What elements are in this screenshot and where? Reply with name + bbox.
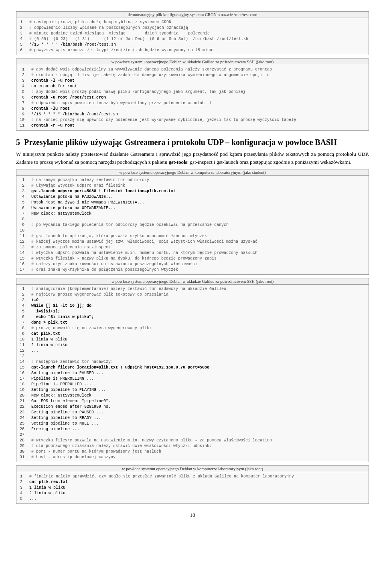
page-number: 18 <box>16 512 369 518</box>
codeblock-galileo-gst-title: w powłoce systemu operacyjnego Debian w … <box>16 278 369 285</box>
line-numbers-5: 12345 <box>16 474 26 502</box>
codeblock-ssh-crontab-title: w powłoce systemu operacyjnego Debian w … <box>16 59 369 65</box>
section-5-body: W niniejszym punkcie należy przetestować… <box>16 150 369 166</box>
code-lines-1: # następnie proszę plik-tabelę kompatybl… <box>26 20 369 53</box>
line-numbers-1: 123456 <box>16 20 26 53</box>
line-numbers-2: 1234567891011 <box>16 67 28 129</box>
section-number: 5 <box>16 138 20 147</box>
codeblock-student-cat-title: w powłoce systemu operacyjnego Debian w … <box>16 466 369 472</box>
codeblock-galileo-gst: w powłoce systemu operacyjnego Debian w … <box>16 278 369 462</box>
codeblock-cron-demo-title: demonstracyjny plik konfiguracyjny syste… <box>16 12 369 18</box>
codeblock-cron-demo: demonstracyjny plik konfiguracyjny syste… <box>16 11 369 55</box>
codeblock-ssh-crontab: w powłoce systemu operacyjnego Debian w … <box>16 58 369 131</box>
code-lines-4: # analogicznie (komplementarnie) należy … <box>28 286 369 460</box>
codeblock-student-gst-title: w powłoce systemu operacyjnego Debian w … <box>16 169 369 176</box>
codeblock-student-cat: w powłoce systemu operacyjnego Debian w … <box>16 465 369 504</box>
code-lines-3: # na samym początku należy zestawić tor … <box>28 177 369 273</box>
codeblock-student-gst: w powłoce systemu operacyjnego Debian w … <box>16 169 369 275</box>
line-numbers-3: 1234567891011121314151617 <box>16 177 28 273</box>
line-numbers-4: 1234567891011121314151617181920212223242… <box>16 286 28 460</box>
section-title: Przesyłanie plików używając Gstreamera i… <box>24 138 337 147</box>
code-lines-5: # finalnie należy sprawdzić, czy udało s… <box>26 474 369 502</box>
code-lines-2: # aby dodać wpis odpowiedzialny za wywoł… <box>28 67 369 129</box>
section-5-heading: 5 Przesyłanie plików używając Gstreamera… <box>16 138 369 147</box>
